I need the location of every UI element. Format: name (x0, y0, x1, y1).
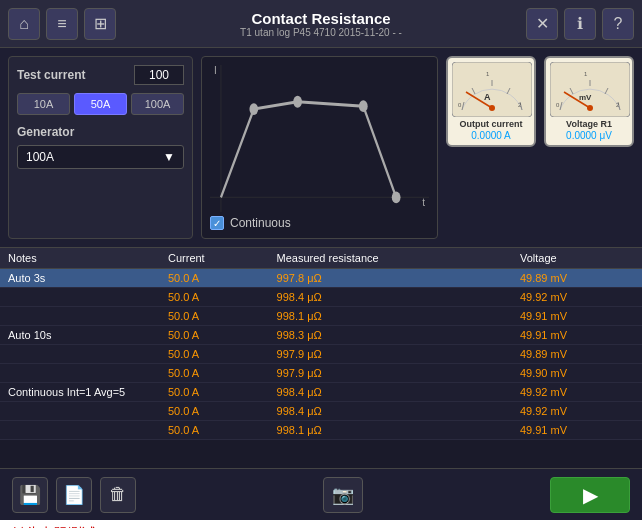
generator-select[interactable]: 100A ▼ (17, 145, 184, 169)
export-button[interactable]: 📄 (56, 477, 92, 513)
output-current-label: Output current (452, 119, 530, 129)
svg-point-3 (249, 103, 258, 115)
td-current: 50.0 A (160, 326, 269, 345)
voltage-r1-label: Voltage R1 (550, 119, 628, 129)
td-voltage: 49.91 mV (512, 326, 642, 345)
meters-panel: 0 1 2 A Output current 0.0000 A (446, 56, 634, 239)
td-voltage: 49.92 mV (512, 288, 642, 307)
table-row[interactable]: Auto 3s50.0 A997.8 μΩ49.89 mV (0, 269, 642, 288)
td-notes (0, 288, 160, 307)
test-current-row: Test current (17, 65, 184, 85)
file-icon[interactable]: ≡ (46, 8, 78, 40)
table-row[interactable]: 50.0 A997.9 μΩ49.89 mV (0, 345, 642, 364)
td-voltage: 49.90 mV (512, 364, 642, 383)
col-resistance: Measured resistance (269, 248, 512, 269)
output-current-gauge: 0 1 2 A (452, 62, 532, 117)
btn-100a[interactable]: 100A (131, 93, 184, 115)
svg-point-4 (293, 96, 302, 108)
td-resistance: 998.4 μΩ (269, 402, 512, 421)
td-resistance: 998.4 μΩ (269, 383, 512, 402)
output-current-value: 0.0000 A (452, 130, 530, 141)
table-row[interactable]: Continuous Int=1 Avg=550.0 A998.4 μΩ49.9… (0, 383, 642, 402)
home-icon[interactable]: ⌂ (8, 8, 40, 40)
col-current: Current (160, 248, 269, 269)
td-current: 50.0 A (160, 421, 269, 440)
svg-point-6 (392, 191, 401, 203)
voltage-r1-meter: 0 1 2 mV Voltage R1 0.0000 μV (544, 56, 634, 147)
current-buttons: 10A 50A 100A (17, 93, 184, 115)
main-title: Contact Resistance (116, 10, 526, 27)
data-table-area[interactable]: Notes Current Measured resistance Voltag… (0, 248, 642, 468)
top-bar-left-icons: ⌂ ≡ ⊞ (8, 8, 116, 40)
col-notes: Notes (0, 248, 160, 269)
voltage-r1-value: 0.0000 μV (550, 130, 628, 141)
td-notes: Continuous Int=1 Avg=5 (0, 383, 160, 402)
play-button[interactable]: ▶ (550, 477, 630, 513)
waveform-panel: I t ✓ Continuous (201, 56, 438, 239)
waveform-svg (210, 65, 429, 212)
grid-icon[interactable]: ⊞ (84, 8, 116, 40)
td-voltage: 49.89 mV (512, 345, 642, 364)
output-current-meter: 0 1 2 A Output current 0.0000 A (446, 56, 536, 147)
td-voltage: 49.91 mV (512, 421, 642, 440)
main-content: Test current 10A 50A 100A Generator 100A… (0, 48, 642, 248)
help-icon[interactable]: ? (602, 8, 634, 40)
td-voltage: 49.92 mV (512, 383, 642, 402)
td-current: 50.0 A (160, 402, 269, 421)
chevron-down-icon: ▼ (163, 150, 175, 164)
td-current: 50.0 A (160, 269, 269, 288)
btn-50a[interactable]: 50A (74, 93, 127, 115)
bottom-center: 📷 (136, 477, 550, 513)
table-row[interactable]: 50.0 A998.1 μΩ49.91 mV (0, 421, 642, 440)
td-notes (0, 345, 160, 364)
continuous-checkbox[interactable]: ✓ (210, 216, 224, 230)
info-icon[interactable]: ℹ (564, 8, 596, 40)
td-voltage: 49.89 mV (512, 269, 642, 288)
td-resistance: 998.1 μΩ (269, 307, 512, 326)
bottom-left-icons: 💾 📄 🗑 (12, 477, 136, 513)
table-header-row: Notes Current Measured resistance Voltag… (0, 248, 642, 269)
top-bar: ⌂ ≡ ⊞ Contact Resistance T1 utan log P45… (0, 0, 642, 48)
continuous-label: Continuous (230, 216, 291, 230)
col-voltage: Voltage (512, 248, 642, 269)
td-notes (0, 307, 160, 326)
test-current-input[interactable] (134, 65, 184, 85)
btn-10a[interactable]: 10A (17, 93, 70, 115)
top-bar-right-icons: ✕ ℹ ? (526, 8, 634, 40)
td-resistance: 997.9 μΩ (269, 345, 512, 364)
waveform-i-label: I (214, 65, 217, 76)
table-row[interactable]: 50.0 A998.1 μΩ49.91 mV (0, 307, 642, 326)
delete-button[interactable]: 🗑 (100, 477, 136, 513)
td-notes (0, 364, 160, 383)
td-notes (0, 402, 160, 421)
td-notes: Auto 3s (0, 269, 160, 288)
data-table: Notes Current Measured resistance Voltag… (0, 248, 642, 440)
continuous-row: ✓ Continuous (210, 216, 429, 230)
td-voltage: 49.91 mV (512, 307, 642, 326)
td-current: 50.0 A (160, 307, 269, 326)
td-resistance: 997.9 μΩ (269, 364, 512, 383)
table-row[interactable]: 50.0 A998.4 μΩ49.92 mV (0, 288, 642, 307)
camera-button[interactable]: 📷 (323, 477, 363, 513)
waveform-t-label: t (422, 197, 425, 208)
svg-point-29 (587, 105, 593, 111)
svg-point-17 (489, 105, 495, 111)
td-voltage: 49.92 mV (512, 402, 642, 421)
bottom-bar: 💾 📄 🗑 📷 ▶ (0, 468, 642, 520)
sub-title: T1 utan log P45 4710 2015-11-20 - - (116, 27, 526, 38)
td-resistance: 998.1 μΩ (269, 421, 512, 440)
left-panel: Test current 10A 50A 100A Generator 100A… (8, 56, 193, 239)
settings-icon[interactable]: ✕ (526, 8, 558, 40)
test-current-label: Test current (17, 68, 85, 82)
table-row[interactable]: 50.0 A997.9 μΩ49.90 mV (0, 364, 642, 383)
table-row[interactable]: Auto 10s50.0 A998.3 μΩ49.91 mV (0, 326, 642, 345)
td-resistance: 998.4 μΩ (269, 288, 512, 307)
generator-value: 100A (26, 150, 54, 164)
td-current: 50.0 A (160, 364, 269, 383)
waveform-area: I t (210, 65, 429, 212)
table-row[interactable]: 50.0 A998.4 μΩ49.92 mV (0, 402, 642, 421)
save-button[interactable]: 💾 (12, 477, 48, 513)
ammeter-svg: 0 1 2 A (452, 62, 532, 117)
svg-point-5 (359, 100, 368, 112)
td-resistance: 998.3 μΩ (269, 326, 512, 345)
